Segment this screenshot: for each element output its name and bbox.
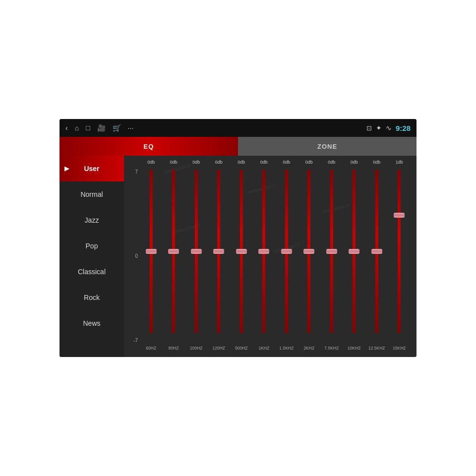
eq-slider-col-120HZ: 120HZ [208,170,231,353]
eq-slider-col-500HZ: 500HZ [230,170,253,353]
eq-top-label-80HZ: 0db [163,160,185,170]
eq-track-1.5KHZ[interactable] [285,170,288,333]
eq-slider-col-7.5KHZ: 7.5KHZ [320,170,343,353]
eq-slider-col-80HZ: 80HZ [163,170,185,353]
eq-track-container-12.5KHZ [365,170,388,343]
sidebar-item-classical[interactable]: Classical [60,259,124,285]
status-bar: ‹ ⌂ □ 🎥 🛒 ··· ⊡ ✦ ∿ 9:28 [60,119,416,137]
scale-max: 7 [135,170,138,175]
eq-top-label-12.5KHZ: 0db [365,160,388,170]
wifi-icon: ∿ [386,124,392,132]
eq-thumb-120HZ[interactable] [213,249,224,254]
eq-freq-label-120HZ: 120HZ [212,343,225,353]
sidebar-item-pop[interactable]: Pop [60,233,124,259]
eq-freq-label-2KHZ: 2KHZ [303,343,314,353]
eq-track-container-500HZ [230,170,253,343]
eq-freq-label-15KHZ: 15KHZ [393,343,406,353]
eq-freq-label-80HZ: 80HZ [169,343,179,353]
eq-slider-col-10KHZ: 10KHZ [343,170,366,353]
eq-thumb-2KHZ[interactable] [303,249,314,254]
eq-track-120HZ[interactable] [217,170,220,333]
eq-top-label-500HZ: 0db [230,160,253,170]
eq-slider-col-60HZ: 60HZ [140,170,163,353]
basket-icon[interactable]: 🛒 [113,124,121,132]
eq-sliders-area: 7 0 -7 60HZ80HZ100HZ120HZ500HZ1KHZ1.5KHZ… [129,170,411,353]
eq-track-10KHZ[interactable] [353,170,356,333]
eq-thumb-1.5KHZ[interactable] [281,249,292,254]
eq-track-container-2KHZ [298,170,321,343]
eq-thumb-80HZ[interactable] [168,249,179,254]
eq-track-60HZ[interactable] [150,170,153,333]
eq-track-1KHZ[interactable] [262,170,265,333]
eq-top-label-15KHZ: 1db [388,160,411,170]
eq-thumb-500HZ[interactable] [236,249,247,254]
eq-track-15KHZ[interactable] [398,170,401,333]
sidebar-label-news: News [83,319,100,327]
recents-icon[interactable]: □ [86,124,90,132]
sidebar-item-news[interactable]: News [60,310,124,336]
eq-top-labels: 0db0db0db0db0db0db0db0db0db0db0db1db [129,160,411,170]
back-icon[interactable]: ‹ [65,124,68,132]
tab-bar: EQ ZONE [60,137,416,156]
sidebar-item-rock[interactable]: Rock [60,285,124,310]
eq-track-500HZ[interactable] [240,170,243,333]
tab-eq[interactable]: EQ [60,137,238,156]
home-icon[interactable]: ⌂ [75,124,79,132]
eq-thumb-15KHZ[interactable] [394,213,405,218]
sidebar-label-jazz: Jazz [85,216,99,224]
bluetooth-icon: ✦ [376,124,382,132]
eq-track-container-15KHZ [388,170,411,343]
tab-zone[interactable]: ZONE [238,137,416,156]
play-icon: ▶ [64,165,69,172]
eq-slider-col-12.5KHZ: 12.5KHZ [365,170,388,353]
eq-slider-col-2KHZ: 2KHZ [298,170,321,353]
eq-track-7.5KHZ[interactable] [330,170,333,333]
eq-top-label-60HZ: 0db [140,160,163,170]
eq-top-label-1.5KHZ: 0db [275,160,298,170]
eq-freq-label-10KHZ: 10KHZ [348,343,360,353]
eq-track-12.5KHZ[interactable] [375,170,378,333]
eq-thumb-10KHZ[interactable] [349,249,359,254]
eq-track-container-60HZ [140,170,163,343]
camera-icon[interactable]: 🎥 [97,124,106,132]
sidebar-label-pop: Pop [86,242,98,250]
eq-top-label-120HZ: 0db [208,160,231,170]
eq-freq-label-60HZ: 60HZ [146,343,156,353]
eq-top-label-2KHZ: 0db [298,160,321,170]
eq-thumb-1KHZ[interactable] [258,249,269,254]
sidebar-label-classical: Classical [78,268,106,276]
sidebar-label-user: User [84,165,99,173]
eq-thumb-7.5KHZ[interactable] [326,249,337,254]
eq-thumb-12.5KHZ[interactable] [371,249,382,254]
eq-freq-label-12.5KHZ: 12.5KHZ [368,343,385,353]
eq-track-100HZ[interactable] [195,170,198,333]
eq-track-container-1KHZ [253,170,276,343]
eq-track-container-7.5KHZ [320,170,343,343]
status-bar-left: ‹ ⌂ □ 🎥 🛒 ··· [65,124,366,132]
sidebar-item-normal[interactable]: Normal [60,181,124,207]
sidebar-item-user[interactable]: ▶ User [60,156,124,181]
cast-icon: ⊡ [366,124,372,132]
scale-zero: 0 [135,254,138,259]
eq-track-80HZ[interactable] [172,170,175,333]
eq-thumb-60HZ[interactable] [146,249,157,254]
eq-thumb-100HZ[interactable] [191,249,202,254]
eq-slider-col-100HZ: 100HZ [185,170,208,353]
eq-area: wincairan.ir wincairan.ir wincairan.ir w… [124,156,416,357]
eq-track-container-100HZ [185,170,208,343]
eq-top-label-1KHZ: 0db [253,160,276,170]
eq-sliders: 60HZ80HZ100HZ120HZ500HZ1KHZ1.5KHZ2KHZ7.5… [140,170,411,353]
eq-track-2KHZ[interactable] [307,170,310,333]
eq-freq-label-7.5KHZ: 7.5KHZ [324,343,339,353]
status-bar-right: ⊡ ✦ ∿ 9:28 [366,124,411,132]
eq-track-container-80HZ [163,170,185,343]
eq-top-label-7.5KHZ: 0db [320,160,343,170]
eq-slider-col-1.5KHZ: 1.5KHZ [275,170,298,353]
scale-min: -7 [133,338,138,343]
eq-scale: 7 0 -7 [129,170,140,353]
eq-track-container-120HZ [208,170,231,343]
sidebar-item-jazz[interactable]: Jazz [60,207,124,233]
more-icon[interactable]: ··· [128,124,134,132]
eq-freq-label-100HZ: 100HZ [190,343,203,353]
eq-top-label-10KHZ: 0db [343,160,366,170]
